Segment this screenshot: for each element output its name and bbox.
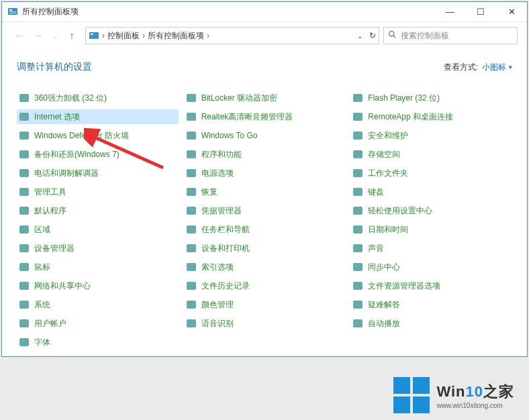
cp-item-label: Internet 选项 [34,111,80,123]
cp-item-label: 凭据管理器 [201,205,242,217]
cp-item-backup-restore[interactable]: 备份和还原(Windows 7) [17,147,179,162]
svg-rect-100 [21,285,26,286]
view-mode-dropdown[interactable]: 小图标 [482,62,512,73]
svg-rect-112 [188,304,193,305]
cp-item-label: 设备管理器 [34,243,75,254]
cp-item-mouse[interactable]: 鼠标 [17,260,179,274]
cp-item-devices-printers[interactable]: 设备和打印机 [184,241,346,256]
cp-item-security-maintenance[interactable]: 安全和维护 [350,128,512,143]
cp-item-ease-of-access[interactable]: 轻松使用设置中心 [350,203,512,218]
svg-rect-45 [21,170,28,172]
admin-tools-icon [18,186,30,198]
items-grid: 360强力卸载 (32 位)BitLocker 驱动器加密Flash Playe… [17,91,512,350]
svg-rect-3 [9,13,16,13]
cp-item-keyboard[interactable]: 键盘 [350,185,512,199]
control-panel-icon [7,7,18,17]
cp-item-internet-options[interactable]: Internet 选项 [17,109,179,124]
cp-item-device-manager[interactable]: 设备管理器 [17,241,179,256]
breadcrumb-current[interactable]: 所有控制面板项 [145,30,207,42]
nav-history-dropdown[interactable]: ⌄ [46,27,64,44]
cp-item-recovery[interactable]: 恢复 [184,185,346,199]
cp-item-power-options[interactable]: 电源选项 [184,166,346,180]
svg-rect-37 [21,154,26,155]
windows-to-go-icon [185,129,197,142]
cp-item-label: 颜色管理 [201,299,234,311]
internet-options-icon [18,111,30,123]
cp-item-360-uninstall[interactable]: 360强力卸载 (32 位) [17,91,179,105]
svg-rect-87 [354,246,361,247]
device-manager-icon [18,242,30,254]
fonts-icon [18,336,30,348]
svg-rect-54 [21,189,28,191]
nav-forward-button[interactable]: → [29,27,46,44]
svg-rect-4 [89,32,99,39]
breadcrumb-root[interactable]: 控制面板 [105,30,142,42]
cp-item-credential-manager[interactable]: 凭据管理器 [184,203,346,218]
cp-item-taskbar-navigation[interactable]: 任务栏和导航 [184,222,346,237]
titlebar: 所有控制面板项 — ☐ ✕ [2,2,527,22]
sync-center-icon [352,261,364,273]
cp-item-date-time[interactable]: 日期和时间 [350,222,512,237]
cp-item-flash-player[interactable]: Flash Player (32 位) [350,91,512,105]
address-bar[interactable]: › 控制面板 › 所有控制面板项 › ⌄ ↻ [85,27,379,44]
cp-item-sound[interactable]: 声音 [350,241,512,256]
cp-item-explorer-options[interactable]: 文件资源管理器选项 [350,278,512,293]
svg-rect-9 [21,95,28,97]
cp-item-network-sharing[interactable]: 网络和共享中心 [17,278,179,293]
user-accounts-icon [18,317,30,329]
cp-item-system[interactable]: 系统 [17,297,179,312]
refresh-button[interactable]: ↻ [369,31,376,40]
page-header: 调整计算机的设置 [17,61,92,73]
svg-rect-109 [21,304,26,305]
work-folders-icon [352,167,364,179]
cp-item-speech-recognition[interactable]: 语音识别 [184,316,346,331]
svg-rect-5 [91,34,93,35]
svg-rect-120 [188,321,195,322]
cp-item-realtek-audio[interactable]: Realtek高清晰音频管理器 [184,109,346,124]
address-dropdown-icon[interactable]: ⌄ [357,32,363,40]
cp-item-remoteapp[interactable]: RemoteApp 和桌面连接 [350,109,512,124]
cp-item-programs-features[interactable]: 程序和功能 [184,147,346,162]
cp-item-phone-modem[interactable]: 电话和调制解调器 [17,166,179,180]
mouse-icon [18,261,30,273]
svg-rect-66 [188,208,195,209]
minimize-button[interactable]: — [434,2,465,21]
cp-item-label: RemoteApp 和桌面连接 [368,111,453,123]
maximize-button[interactable]: ☐ [465,2,496,21]
nav-back-button[interactable]: ← [11,27,29,44]
close-button[interactable]: ✕ [496,2,527,21]
cp-item-troubleshooting[interactable]: 疑难解答 [350,297,512,312]
nav-up-button[interactable]: ↑ [65,27,79,44]
cp-item-windows-to-go[interactable]: Windows To Go [184,128,346,143]
cp-item-label: 字体 [34,337,50,348]
realtek-audio-icon [185,111,197,123]
cp-item-windows-defender-firewall[interactable]: Windows Defender 防火墙 [17,128,179,143]
cp-item-sync-center[interactable]: 同步中心 [350,260,512,274]
cp-item-bitlocker[interactable]: BitLocker 驱动器加密 [184,91,346,105]
cp-item-region[interactable]: 区域 [17,222,179,237]
cp-item-file-history[interactable]: 文件历史记录 [184,278,346,293]
cp-item-indexing-options[interactable]: 索引选项 [184,260,346,274]
svg-rect-12 [188,95,195,97]
cp-item-autoplay[interactable]: 自动播放 [350,316,512,331]
svg-rect-58 [188,191,193,193]
svg-rect-105 [354,283,361,284]
search-placeholder: 搜索控制面板 [401,30,449,42]
cp-item-admin-tools[interactable]: 管理工具 [17,185,179,199]
cp-item-default-programs[interactable]: 默认程序 [17,203,179,218]
cp-item-user-accounts[interactable]: 用户帐户 [17,316,179,331]
svg-rect-106 [354,285,359,286]
search-input[interactable]: 搜索控制面板 [383,27,518,44]
sound-icon [352,242,364,254]
cp-item-label: 语音识别 [201,318,234,329]
cp-item-color-management[interactable]: 颜色管理 [184,297,346,312]
cp-item-label: 工作文件夹 [368,168,408,179]
cp-item-work-folders[interactable]: 工作文件夹 [350,166,512,180]
date-time-icon [352,223,364,235]
cp-item-label: 电源选项 [201,168,234,179]
cp-item-fonts[interactable]: 字体 [17,335,179,350]
cp-item-storage-spaces[interactable]: 存储空间 [350,147,512,162]
remoteapp-icon [352,111,364,123]
svg-rect-25 [354,116,359,117]
svg-rect-48 [188,170,195,172]
